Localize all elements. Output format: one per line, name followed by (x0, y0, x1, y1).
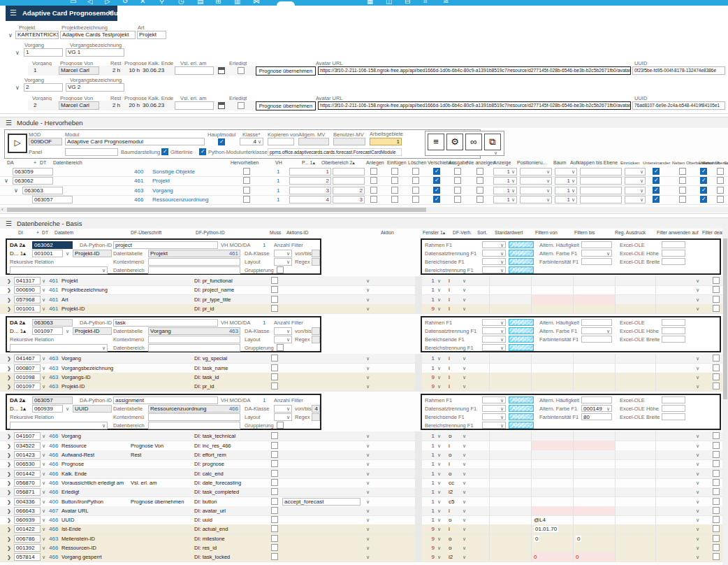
layout-dropdown-icon[interactable]: ∨ (286, 415, 290, 420)
di-dropdown-icon[interactable]: ∨ (42, 536, 45, 541)
filter-anwenden-dropdown-icon[interactable]: ∨ (696, 462, 699, 466)
detail-vsl-field[interactable] (175, 101, 214, 110)
p-field[interactable]: 4 (289, 196, 331, 203)
module-table-row[interactable]: ∨063062461Projekt121∨∨1∨∨ (0, 176, 728, 186)
daten-table-row[interactable]: ❯000690∨461ProjektbezeichnungDI: project… (0, 285, 728, 295)
filter-deak-checkbox[interactable] (713, 277, 720, 284)
datenbereich-field[interactable] (148, 422, 240, 429)
positionierung-dropdown-icon[interactable]: ∨ (546, 178, 550, 183)
aufklappen-field[interactable] (580, 187, 622, 194)
muss-checkbox[interactable] (271, 460, 278, 467)
row-expand-icon[interactable]: ❯ (7, 366, 11, 371)
verschieben-checkbox[interactable] (433, 168, 440, 175)
aktion-dropdown-icon[interactable]: ∨ (366, 278, 370, 283)
rekursive-dropdown-icon[interactable]: ∨ (102, 268, 105, 273)
filter-deak-checkbox[interactable] (713, 535, 720, 542)
erledigt-checkbox[interactable] (238, 67, 245, 74)
row-expand-icon[interactable]: ❯ (7, 499, 11, 505)
muss-checkbox[interactable] (271, 535, 278, 542)
filter-anwenden-dropdown-icon[interactable]: ∨ (696, 480, 699, 485)
ausgabe-checkbox[interactable] (454, 196, 461, 203)
daten-table-row[interactable]: ❯041317∨461ProjektDI: pr_functional∨1∨i∨… (0, 276, 728, 286)
fenster-dropdown-icon[interactable]: ∨ (437, 384, 441, 389)
filter-deak-checkbox[interactable] (713, 498, 720, 505)
toolbar-icon-16[interactable]: ≋ (443, 0, 449, 5)
di-dropdown-icon[interactable]: ∨ (66, 406, 69, 411)
di-field[interactable]: 041317 (14, 277, 41, 285)
row-expand-icon[interactable]: ❯ (7, 480, 11, 486)
df-verh-dropdown-icon[interactable]: ∨ (463, 508, 466, 513)
gruppierung-checkbox[interactable] (277, 344, 284, 351)
df-verh-dropdown-icon[interactable]: ∨ (463, 527, 466, 531)
fenster-dropdown-icon[interactable]: ∨ (437, 480, 441, 485)
di-dropdown-icon[interactable]: ∨ (42, 306, 45, 311)
rekursive-relation-select[interactable] (10, 422, 108, 429)
excel-breite-field[interactable] (662, 258, 685, 265)
daten-table-row[interactable]: ❯041467∨463VorgangDI: vg_special∨1∨i∨∨ (0, 354, 728, 364)
klasse-dropdown-icon[interactable]: ∨ (258, 139, 261, 144)
fenster-dropdown-icon[interactable]: ∨ (437, 375, 441, 380)
module-table-row[interactable]: 063057466Ressourcenzuordnung1431∨∨1∨∨ (0, 195, 728, 205)
layout-dropdown-icon[interactable]: ∨ (286, 259, 290, 264)
da-klasse-dropdown-icon[interactable]: ∨ (286, 329, 290, 334)
filter-deak-checkbox[interactable] (713, 460, 720, 467)
row-expand-icon[interactable]: ❯ (7, 527, 11, 532)
filter-anwenden-dropdown-icon[interactable]: ∨ (696, 306, 699, 311)
loeschen-checkbox[interactable] (412, 177, 419, 184)
anzeige-dropdown-icon[interactable]: ∨ (511, 188, 515, 193)
kontextmenu-field[interactable] (148, 413, 240, 421)
row-expand-icon[interactable]: ❯ (7, 297, 11, 303)
frame-style-dropdown-icon[interactable]: ∨ (500, 423, 504, 428)
aktion-dropdown-icon[interactable]: ∨ (366, 366, 370, 371)
frame-color-field[interactable]: AABBCC (509, 266, 534, 273)
calendar-icon[interactable] (218, 102, 225, 109)
rekursive-relation-select[interactable] (10, 344, 108, 352)
daten-table-row[interactable]: ❯001098∨463Vorgangs-IDDI: task_id∨9∨i∨∨ (0, 373, 728, 382)
muss-checkbox[interactable] (271, 286, 278, 293)
df-verh-dropdown-icon[interactable]: ∨ (463, 384, 466, 389)
daten-vscrollbar[interactable] (722, 229, 728, 565)
alt-farbe-dropdown-icon[interactable]: ∨ (606, 406, 610, 411)
collapse-task-icon[interactable]: ∨ (15, 85, 20, 91)
frame-color-field[interactable]: AABBCC (509, 405, 534, 412)
menu-icon[interactable]: ☰ (10, 8, 17, 17)
di-field[interactable]: 000690 (14, 286, 41, 294)
toolbar-icon-12[interactable]: ▦ (367, 0, 373, 5)
da-field[interactable]: 063059 (13, 168, 53, 176)
daten-section-menu-icon[interactable]: ☰ (6, 220, 12, 227)
frame-color-field[interactable]: AABBCC (509, 319, 534, 326)
df-verh-dropdown-icon[interactable]: ∨ (463, 545, 466, 550)
filter-deak-checkbox[interactable] (713, 442, 720, 449)
detail-prognose-von-field[interactable]: Marcel Carl (59, 101, 99, 110)
daten-table-row[interactable]: ❯001097∨463Projekt-IDDI: pr_id∨9∨i∨∨ (0, 382, 728, 392)
module-hscrollbar-thumb[interactable] (7, 208, 426, 212)
di-field[interactable]: 001098 (14, 373, 41, 381)
accept-forecast-button[interactable]: Prognose übernehmen (256, 101, 316, 110)
fenster-dropdown-icon[interactable]: ∨ (437, 471, 441, 476)
di-dropdown-icon[interactable]: ∨ (42, 443, 45, 448)
calendar-icon[interactable] (218, 67, 225, 74)
filter-anwenden-dropdown-icon[interactable]: ∨ (696, 517, 699, 522)
rekursive-dropdown-icon[interactable]: ∨ (102, 423, 105, 428)
fenster-dropdown-icon[interactable]: ∨ (437, 297, 441, 302)
filter-deak-checkbox[interactable] (713, 516, 720, 523)
aktion-dropdown-icon[interactable]: ∨ (366, 306, 370, 311)
fenster-dropdown-icon[interactable]: ∨ (437, 536, 441, 541)
excel-hoehe-field[interactable] (662, 250, 685, 257)
di-name-field[interactable]: Projekt-ID (73, 250, 112, 257)
muss-checkbox[interactable] (271, 432, 278, 439)
anlegen-checkbox[interactable] (370, 168, 377, 175)
muss-checkbox[interactable] (271, 516, 278, 523)
gruppierung-checkbox[interactable] (277, 266, 284, 273)
task-id-field[interactable]: 1 (24, 48, 63, 57)
anzeige-dropdown-icon[interactable]: ∨ (511, 197, 515, 202)
fenster-dropdown-icon[interactable]: ∨ (437, 508, 441, 513)
python-icon[interactable]: ∞ (465, 134, 482, 150)
aktion-dropdown-icon[interactable]: ∨ (366, 434, 370, 438)
frame-color-field[interactable]: AABBCC (509, 344, 534, 351)
di-dropdown-icon[interactable]: ∨ (42, 471, 45, 476)
run-module-button[interactable]: ▷ (8, 134, 27, 153)
avatar-url-field[interactable]: https://3f10-2-211-106-158.ngrok-free.ap… (318, 101, 631, 110)
untereinander-checkbox[interactable] (653, 168, 660, 175)
df-verh-dropdown-icon[interactable]: ∨ (463, 434, 466, 438)
